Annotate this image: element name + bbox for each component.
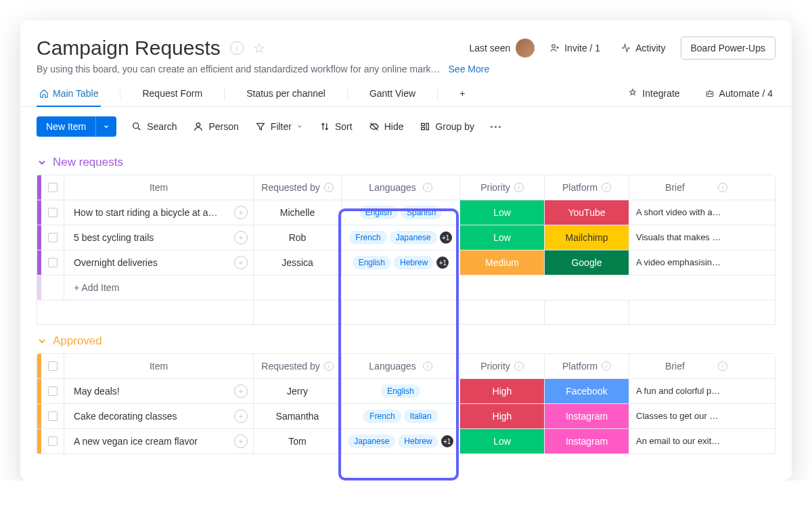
language-tag[interactable]: English [381, 384, 420, 398]
tab-main-table[interactable]: Main Table [37, 81, 101, 107]
language-tag[interactable]: Spanish [401, 206, 442, 219]
platform-cell[interactable]: Instagram [545, 404, 629, 428]
group-by-button[interactable]: Group by [418, 118, 476, 135]
table-row[interactable]: Cake decorating classes Samantha FrenchI… [37, 404, 775, 429]
requested-by-cell[interactable]: Jerry [254, 379, 342, 403]
add-update-icon[interactable] [234, 231, 248, 244]
brief-cell[interactable]: A short video with a… [629, 200, 734, 225]
info-icon[interactable]: i [423, 361, 432, 371]
requested-by-cell[interactable]: Jessica [254, 250, 342, 275]
group-header[interactable]: Approved [37, 334, 775, 348]
row-checkbox[interactable] [41, 429, 64, 453]
languages-cell[interactable]: EnglishSpanish [342, 200, 460, 225]
tab-request-form[interactable]: Request Form [139, 81, 205, 107]
priority-cell[interactable]: High [460, 379, 545, 403]
requested-by-cell[interactable]: Samantha [254, 404, 342, 428]
info-icon[interactable]: i [423, 183, 432, 192]
integrate-button[interactable]: Integrate [625, 81, 682, 107]
info-icon[interactable]: i [602, 361, 611, 371]
more-languages-badge[interactable]: +1 [440, 231, 452, 244]
priority-cell[interactable]: High [460, 404, 545, 428]
col-header-priority[interactable]: Priorityi [460, 175, 545, 200]
item-cell[interactable]: May deals! [64, 379, 254, 403]
priority-cell[interactable]: Low [460, 225, 545, 250]
brief-cell[interactable]: A fun and colorful p… [629, 379, 734, 403]
priority-cell[interactable]: Low [460, 429, 545, 453]
language-tag[interactable]: Italian [404, 409, 438, 423]
powerups-button[interactable]: Board Power-Ups [681, 37, 776, 60]
col-header-platform[interactable]: Platformi [545, 175, 629, 200]
col-header-brief[interactable]: Briefi [629, 354, 734, 378]
more-options[interactable] [489, 123, 502, 131]
item-cell[interactable]: Overnight deliveries [64, 250, 254, 275]
add-update-icon[interactable] [234, 434, 248, 448]
table-row[interactable]: How to start riding a bicycle at a… Mich… [37, 200, 775, 225]
languages-cell[interactable]: FrenchJapanese+1 [342, 225, 460, 250]
info-icon[interactable]: i [718, 361, 727, 371]
brief-cell[interactable]: A video emphasisin… [629, 250, 734, 275]
item-cell[interactable]: A new vegan ice cream flavor [64, 429, 254, 453]
search-button[interactable]: Search [130, 118, 178, 135]
info-icon[interactable]: i [324, 183, 334, 192]
tab-add[interactable]: + [457, 81, 468, 107]
new-item-dropdown[interactable] [95, 116, 116, 137]
item-cell[interactable]: How to start riding a bicycle at a… [64, 200, 254, 225]
avatar[interactable] [516, 39, 535, 58]
activity-button[interactable]: Activity [615, 39, 671, 58]
col-header-item[interactable]: Item [64, 354, 254, 378]
info-icon[interactable]: i [514, 183, 524, 192]
requested-by-cell[interactable]: Michelle [254, 200, 342, 225]
brief-cell[interactable]: Visuals that makes … [629, 225, 734, 250]
add-update-icon[interactable] [234, 206, 248, 219]
priority-cell[interactable]: Medium [460, 250, 545, 275]
see-more-link[interactable]: See More [449, 64, 490, 74]
info-icon[interactable]: i [514, 361, 524, 371]
col-header-brief[interactable]: Briefi [629, 175, 734, 200]
info-icon[interactable]: i [324, 361, 334, 371]
platform-cell[interactable]: Google [545, 250, 629, 275]
col-header-requested[interactable]: Requested byi [254, 354, 342, 378]
priority-cell[interactable]: Low [460, 200, 545, 225]
row-checkbox[interactable] [41, 200, 64, 225]
platform-cell[interactable]: YouTube [545, 200, 629, 225]
sort-button[interactable]: Sort [318, 118, 354, 135]
language-tag[interactable]: Hebrew [394, 256, 434, 269]
language-tag[interactable]: English [353, 256, 391, 269]
brief-cell[interactable]: An email to our exit… [629, 429, 734, 453]
new-item-button[interactable]: New Item [37, 116, 116, 137]
tab-status-channel[interactable]: Status per channel [244, 81, 328, 107]
select-all-checkbox[interactable] [41, 175, 64, 200]
item-cell[interactable]: Cake decorating classes [64, 404, 254, 428]
info-icon[interactable]: i [718, 183, 727, 192]
table-row[interactable]: Overnight deliveries Jessica EnglishHebr… [37, 250, 775, 275]
row-checkbox[interactable] [41, 225, 64, 250]
info-icon[interactable]: i [230, 41, 244, 55]
add-update-icon[interactable] [234, 409, 248, 423]
language-tag[interactable]: Japanese [390, 231, 437, 244]
more-languages-badge[interactable]: +1 [441, 435, 453, 447]
brief-cell[interactable]: Classes to get our … [629, 404, 734, 428]
col-header-item[interactable]: Item [64, 175, 254, 200]
col-header-languages[interactable]: Languagesi [342, 354, 460, 378]
requested-by-cell[interactable]: Rob [254, 225, 342, 250]
favorite-star-icon[interactable]: ☆ [253, 40, 265, 56]
add-update-icon[interactable] [234, 384, 248, 398]
platform-cell[interactable]: Mailchimp [545, 225, 629, 250]
platform-cell[interactable]: Facebook [545, 379, 629, 403]
add-item-row[interactable]: + Add Item [37, 275, 775, 300]
automate-button[interactable]: Automate / 4 [702, 81, 775, 107]
language-tag[interactable]: Hebrew [398, 434, 438, 448]
group-header[interactable]: New requests [37, 156, 775, 169]
table-row[interactable]: A new vegan ice cream flavor Tom Japanes… [37, 429, 775, 453]
filter-button[interactable]: Filter [254, 118, 304, 135]
add-update-icon[interactable] [234, 256, 248, 269]
col-header-languages[interactable]: Languagesi [342, 175, 460, 200]
language-tag[interactable]: French [363, 409, 401, 423]
col-header-priority[interactable]: Priorityi [460, 354, 545, 378]
table-row[interactable]: May deals! Jerry English High Facebook A… [37, 379, 775, 404]
language-tag[interactable]: English [359, 206, 398, 219]
row-checkbox[interactable] [41, 404, 64, 428]
person-filter-button[interactable]: Person [191, 118, 240, 135]
col-header-requested[interactable]: Requested byi [254, 175, 342, 200]
col-header-platform[interactable]: Platformi [545, 354, 629, 378]
